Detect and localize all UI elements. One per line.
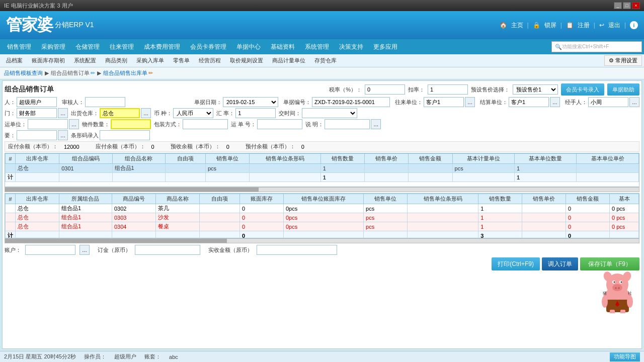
- bottom-scroll-thumb: [5, 239, 227, 243]
- breadcrumb: 品销售模板查询 ▶ 组合品销售订单 ✏ ▶ 组合品销售出库单 ✏: [0, 67, 644, 79]
- packing-input[interactable]: [183, 119, 228, 129]
- sub-purchase-in[interactable]: 采购入库单: [132, 55, 168, 66]
- handler-btn[interactable]: …: [629, 97, 639, 107]
- account-btn[interactable]: …: [79, 245, 90, 255]
- require-input[interactable]: [17, 130, 57, 140]
- person-input[interactable]: [17, 97, 57, 107]
- svg-point-2: [612, 284, 622, 291]
- nav-docs[interactable]: 单据中心: [231, 39, 266, 54]
- nav-basic[interactable]: 基础资料: [266, 39, 300, 54]
- logout-icon: ↩: [599, 22, 604, 29]
- home-link[interactable]: 主页: [511, 21, 523, 30]
- person-label: 人：: [5, 99, 16, 106]
- shipunit-input[interactable]: [28, 119, 68, 129]
- tounit-input[interactable]: [424, 97, 464, 107]
- close-btn[interactable]: ×: [632, 2, 640, 9]
- maximize-btn[interactable]: □: [623, 2, 631, 9]
- search-icon: 🔍: [555, 44, 562, 50]
- exchange-input[interactable]: [235, 108, 276, 118]
- reviewer-input[interactable]: [85, 97, 125, 107]
- delivery-input[interactable]: [302, 108, 357, 118]
- sub-price-rules[interactable]: 取价规则设置: [226, 55, 267, 66]
- nav-decision[interactable]: 决策支持: [334, 39, 368, 54]
- settle-btn[interactable]: …: [550, 97, 560, 107]
- register-link[interactable]: 注册: [578, 21, 590, 30]
- dept-input[interactable]: [17, 108, 57, 118]
- dept-label: 门：: [5, 110, 16, 117]
- date-input[interactable]: 2019-02-15: [223, 97, 278, 107]
- top-scroll-thumb: [5, 188, 259, 192]
- logout-link[interactable]: 退出: [608, 21, 620, 30]
- docnum-input[interactable]: [312, 97, 390, 107]
- account-input[interactable]: [25, 245, 75, 255]
- taxrate-input[interactable]: [365, 84, 405, 95]
- require-btn[interactable]: …: [58, 130, 68, 140]
- top-scroll[interactable]: [5, 187, 639, 192]
- nav-sales[interactable]: 销售管理: [2, 39, 36, 54]
- currency-select[interactable]: 人民币: [173, 108, 213, 118]
- minimize-btn[interactable]: _: [614, 2, 622, 9]
- bottom-row-2[interactable]: 总仓 组合品1 0303 沙发 0 0pcs pcs 1 0 0 pcs: [6, 213, 639, 222]
- actual-input[interactable]: [257, 245, 337, 255]
- itemcount-input[interactable]: [111, 119, 151, 129]
- balance-row: 应付余额（本币）： 12000 应付余额（本币）： 0 预收余额（本币）： 0 …: [5, 141, 639, 152]
- lock-icon: 🔒: [533, 22, 540, 29]
- sub-measure-unit[interactable]: 商品计量单位: [268, 55, 309, 66]
- note-btn[interactable]: …: [371, 119, 381, 129]
- sub-category[interactable]: 商品类别: [101, 55, 131, 66]
- function-map-btn[interactable]: 功能导图: [610, 352, 640, 361]
- logo: 管家婆 分销ERP V1: [6, 14, 94, 36]
- table-row[interactable]: 总仓 0301 组合品1 pcs 1 pcs 1: [6, 164, 639, 173]
- print-btn[interactable]: 打印(Ctrl+F9): [492, 257, 540, 270]
- discount-input[interactable]: [428, 84, 468, 95]
- member-card-btn[interactable]: 会员卡号录入: [561, 83, 604, 96]
- sub-retail[interactable]: 零售单: [169, 55, 194, 66]
- lock-link[interactable]: 锁屏: [544, 21, 556, 30]
- dept-btn[interactable]: …: [58, 108, 68, 118]
- help-btn[interactable]: 单据助助: [607, 83, 639, 96]
- handler-label: 经手人：: [565, 99, 587, 106]
- bottom-row-1[interactable]: 总仓 组合品1 0302 茶几 0 0pcs pcs 1 0 0 pcs: [6, 204, 639, 213]
- note-input[interactable]: [325, 119, 370, 129]
- bth-prod-name: 商品名称: [155, 194, 199, 204]
- nav-cost[interactable]: 成本费用管理: [139, 39, 185, 54]
- bottom-row-3[interactable]: 总仓 组合品1 0304 餐桌 0 0pcs pcs 1 0 0 pcs: [6, 222, 639, 231]
- nav-system[interactable]: 系统管理: [300, 39, 334, 54]
- svg-text:猪: 猪: [603, 291, 607, 296]
- bottom-scroll[interactable]: [5, 238, 639, 243]
- bottom-table-wrap: # 出库仓库 所属组合品 商品编号 商品名称 自由项 账面库存 销售单位账面库存…: [5, 193, 639, 238]
- warehouse-input[interactable]: [100, 108, 140, 118]
- nav-transactions[interactable]: 往来管理: [105, 39, 139, 54]
- nav-member[interactable]: 会员卡券管理: [185, 39, 231, 54]
- price-select[interactable]: 预设售价1: [513, 84, 558, 95]
- sub-stock-warehouse[interactable]: 存货仓库: [310, 55, 341, 66]
- sub-product-file[interactable]: 品档案: [2, 55, 27, 66]
- svg-text:社: 社: [628, 291, 632, 296]
- nav-more[interactable]: 更多应用: [368, 39, 403, 54]
- bth-sale-qty: 销售数量: [478, 194, 522, 204]
- tounit-btn[interactable]: …: [465, 97, 475, 107]
- sub-stock-init[interactable]: 账面库存期初: [28, 55, 69, 66]
- order-input[interactable]: [135, 245, 200, 255]
- nav-purchase[interactable]: 采购管理: [36, 39, 70, 54]
- breadcrumb-item-3[interactable]: 组合品销售出库单 ✏: [103, 69, 153, 77]
- info-icon[interactable]: i: [630, 21, 638, 29]
- th-sale-price: 销售单价: [365, 154, 409, 164]
- svg-point-14: [627, 296, 633, 308]
- svg-rect-15: [610, 310, 615, 313]
- breadcrumb-item-1[interactable]: 品销售模板查询: [4, 69, 43, 77]
- shipunit-btn[interactable]: …: [69, 119, 79, 129]
- sub-history[interactable]: 经营历程: [195, 55, 225, 66]
- sub-config[interactable]: 系统配置: [70, 55, 100, 66]
- handler-input[interactable]: [588, 97, 628, 107]
- settings-btn[interactable]: ⚙ 常用设置: [604, 55, 642, 66]
- nav-warehouse[interactable]: 仓储管理: [70, 39, 105, 54]
- warehouse-btn[interactable]: …: [141, 108, 151, 118]
- window-controls[interactable]: _ □ ×: [614, 2, 640, 9]
- breadcrumb-item-2[interactable]: 组合品销售订单 ✏: [51, 69, 95, 77]
- status-date: 2月15日 星期五 20时45分2秒: [4, 353, 76, 360]
- settle-input[interactable]: [509, 97, 549, 107]
- barcode-input[interactable]: [100, 130, 150, 140]
- shipnum-input[interactable]: [257, 119, 302, 129]
- import-btn[interactable]: 调入订单: [542, 257, 578, 270]
